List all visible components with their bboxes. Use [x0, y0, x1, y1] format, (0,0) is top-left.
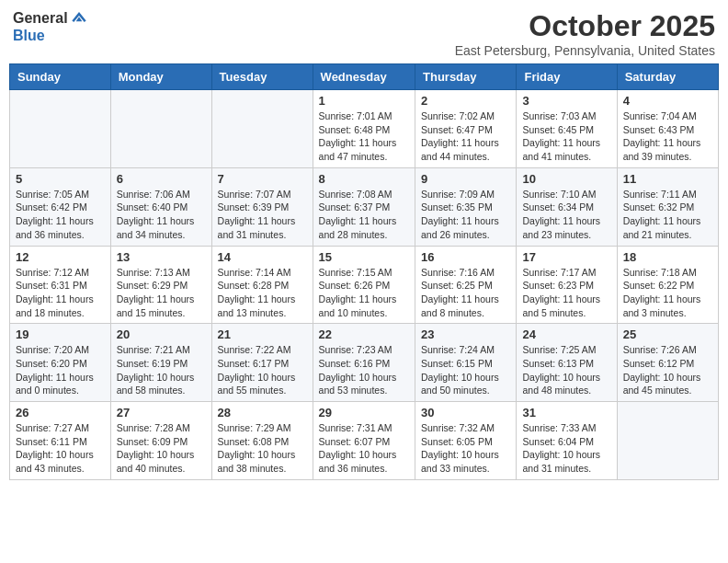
- col-saturday: Saturday: [617, 64, 718, 90]
- table-row: 27Sunrise: 7:28 AM Sunset: 6:09 PM Dayli…: [110, 402, 211, 480]
- day-info: Sunrise: 7:20 AM Sunset: 6:20 PM Dayligh…: [16, 343, 105, 397]
- table-row: [211, 90, 313, 168]
- table-row: [110, 90, 211, 168]
- day-number: 9: [421, 172, 510, 186]
- table-row: 17Sunrise: 7:17 AM Sunset: 6:23 PM Dayli…: [517, 246, 617, 324]
- day-number: 6: [117, 172, 206, 186]
- col-friday: Friday: [517, 64, 617, 90]
- day-number: 2: [421, 94, 510, 108]
- day-number: 15: [319, 250, 409, 264]
- day-number: 20: [117, 327, 206, 341]
- day-number: 13: [117, 250, 206, 264]
- day-number: 21: [218, 327, 307, 341]
- day-number: 12: [16, 250, 105, 264]
- table-row: 25Sunrise: 7:26 AM Sunset: 6:12 PM Dayli…: [617, 324, 718, 402]
- calendar-week-row: 19Sunrise: 7:20 AM Sunset: 6:20 PM Dayli…: [10, 324, 719, 402]
- day-number: 4: [623, 94, 712, 108]
- calendar-week-row: 5Sunrise: 7:05 AM Sunset: 6:42 PM Daylig…: [10, 167, 719, 246]
- day-number: 31: [522, 406, 610, 419]
- table-row: 6Sunrise: 7:06 AM Sunset: 6:40 PM Daylig…: [110, 167, 211, 246]
- table-row: 24Sunrise: 7:25 AM Sunset: 6:13 PM Dayli…: [517, 324, 617, 402]
- day-info: Sunrise: 7:24 AM Sunset: 6:15 PM Dayligh…: [421, 343, 510, 397]
- table-row: 16Sunrise: 7:16 AM Sunset: 6:25 PM Dayli…: [415, 246, 517, 324]
- day-info: Sunrise: 7:06 AM Sunset: 6:40 PM Dayligh…: [117, 188, 206, 242]
- day-number: 26: [16, 406, 105, 419]
- day-info: Sunrise: 7:07 AM Sunset: 6:39 PM Dayligh…: [218, 188, 307, 242]
- calendar-week-row: 1Sunrise: 7:01 AM Sunset: 6:48 PM Daylig…: [10, 90, 719, 168]
- col-wednesday: Wednesday: [313, 64, 415, 90]
- table-row: 30Sunrise: 7:32 AM Sunset: 6:05 PM Dayli…: [415, 402, 517, 480]
- table-row: 21Sunrise: 7:22 AM Sunset: 6:17 PM Dayli…: [211, 324, 313, 402]
- day-info: Sunrise: 7:14 AM Sunset: 6:28 PM Dayligh…: [218, 266, 307, 320]
- calendar-table: Sunday Monday Tuesday Wednesday Thursday…: [9, 63, 719, 480]
- table-row: 18Sunrise: 7:18 AM Sunset: 6:22 PM Dayli…: [617, 246, 718, 324]
- day-number: 23: [421, 327, 510, 341]
- table-row: 1Sunrise: 7:01 AM Sunset: 6:48 PM Daylig…: [313, 90, 415, 168]
- table-row: 22Sunrise: 7:23 AM Sunset: 6:16 PM Dayli…: [313, 324, 415, 402]
- day-number: 14: [218, 250, 307, 264]
- table-row: 4Sunrise: 7:04 AM Sunset: 6:43 PM Daylig…: [617, 90, 718, 168]
- day-info: Sunrise: 7:05 AM Sunset: 6:42 PM Dayligh…: [16, 188, 105, 242]
- table-row: 10Sunrise: 7:10 AM Sunset: 6:34 PM Dayli…: [517, 167, 617, 246]
- day-number: 29: [319, 406, 409, 419]
- day-number: 10: [522, 172, 610, 186]
- day-info: Sunrise: 7:01 AM Sunset: 6:48 PM Dayligh…: [319, 109, 409, 164]
- day-info: Sunrise: 7:33 AM Sunset: 6:04 PM Dayligh…: [522, 421, 610, 476]
- table-row: 19Sunrise: 7:20 AM Sunset: 6:20 PM Dayli…: [10, 324, 111, 402]
- day-info: Sunrise: 7:21 AM Sunset: 6:19 PM Dayligh…: [117, 343, 206, 397]
- day-number: 16: [421, 250, 510, 264]
- col-monday: Monday: [110, 64, 211, 90]
- day-info: Sunrise: 7:26 AM Sunset: 6:12 PM Dayligh…: [623, 343, 712, 397]
- table-row: 7Sunrise: 7:07 AM Sunset: 6:39 PM Daylig…: [211, 167, 313, 246]
- table-row: 12Sunrise: 7:12 AM Sunset: 6:31 PM Dayli…: [10, 246, 111, 324]
- day-number: 7: [218, 172, 307, 186]
- day-number: 3: [522, 94, 610, 108]
- day-info: Sunrise: 7:09 AM Sunset: 6:35 PM Dayligh…: [421, 188, 510, 242]
- day-number: 8: [319, 172, 409, 186]
- logo-general: General: [13, 10, 68, 27]
- table-row: 28Sunrise: 7:29 AM Sunset: 6:08 PM Dayli…: [211, 402, 313, 480]
- day-info: Sunrise: 7:31 AM Sunset: 6:07 PM Dayligh…: [319, 421, 409, 476]
- table-row: [617, 402, 718, 480]
- day-info: Sunrise: 7:17 AM Sunset: 6:23 PM Dayligh…: [522, 266, 610, 320]
- day-number: 11: [623, 172, 712, 186]
- day-info: Sunrise: 7:29 AM Sunset: 6:08 PM Dayligh…: [218, 421, 307, 476]
- table-row: [10, 90, 111, 168]
- day-info: Sunrise: 7:03 AM Sunset: 6:45 PM Dayligh…: [522, 109, 610, 164]
- col-tuesday: Tuesday: [211, 64, 313, 90]
- table-row: 11Sunrise: 7:11 AM Sunset: 6:32 PM Dayli…: [617, 167, 718, 246]
- table-row: 5Sunrise: 7:05 AM Sunset: 6:42 PM Daylig…: [10, 167, 111, 246]
- table-row: 9Sunrise: 7:09 AM Sunset: 6:35 PM Daylig…: [415, 167, 517, 246]
- day-number: 25: [623, 327, 712, 341]
- page-header: General Blue October 2025 East Petersbur…: [9, 9, 719, 58]
- table-row: 26Sunrise: 7:27 AM Sunset: 6:11 PM Dayli…: [10, 402, 111, 480]
- table-row: 29Sunrise: 7:31 AM Sunset: 6:07 PM Dayli…: [313, 402, 415, 480]
- day-info: Sunrise: 7:15 AM Sunset: 6:26 PM Dayligh…: [319, 266, 409, 320]
- day-number: 27: [117, 406, 206, 419]
- calendar-week-row: 26Sunrise: 7:27 AM Sunset: 6:11 PM Dayli…: [10, 402, 719, 480]
- table-row: 14Sunrise: 7:14 AM Sunset: 6:28 PM Dayli…: [211, 246, 313, 324]
- table-row: 3Sunrise: 7:03 AM Sunset: 6:45 PM Daylig…: [517, 90, 617, 168]
- day-number: 5: [16, 172, 105, 186]
- col-sunday: Sunday: [10, 64, 111, 90]
- day-info: Sunrise: 7:25 AM Sunset: 6:13 PM Dayligh…: [522, 343, 610, 397]
- day-number: 24: [522, 327, 610, 341]
- day-info: Sunrise: 7:32 AM Sunset: 6:05 PM Dayligh…: [421, 421, 510, 476]
- table-row: 15Sunrise: 7:15 AM Sunset: 6:26 PM Dayli…: [313, 246, 415, 324]
- day-info: Sunrise: 7:08 AM Sunset: 6:37 PM Dayligh…: [319, 188, 409, 242]
- day-info: Sunrise: 7:23 AM Sunset: 6:16 PM Dayligh…: [319, 343, 409, 397]
- location-title: East Petersburg, Pennsylvania, United St…: [455, 43, 715, 58]
- table-row: 2Sunrise: 7:02 AM Sunset: 6:47 PM Daylig…: [415, 90, 517, 168]
- day-number: 19: [16, 327, 105, 341]
- logo-icon: [70, 9, 88, 28]
- title-block: October 2025 East Petersburg, Pennsylvan…: [455, 9, 715, 58]
- day-info: Sunrise: 7:10 AM Sunset: 6:34 PM Dayligh…: [522, 188, 610, 242]
- logo-blue: Blue: [13, 28, 45, 43]
- day-info: Sunrise: 7:13 AM Sunset: 6:29 PM Dayligh…: [117, 266, 206, 320]
- day-info: Sunrise: 7:18 AM Sunset: 6:22 PM Dayligh…: [623, 266, 712, 320]
- table-row: 23Sunrise: 7:24 AM Sunset: 6:15 PM Dayli…: [415, 324, 517, 402]
- logo: General Blue: [13, 9, 88, 44]
- day-number: 1: [319, 94, 409, 108]
- calendar-header-row: Sunday Monday Tuesday Wednesday Thursday…: [10, 64, 719, 90]
- day-info: Sunrise: 7:27 AM Sunset: 6:11 PM Dayligh…: [16, 421, 105, 476]
